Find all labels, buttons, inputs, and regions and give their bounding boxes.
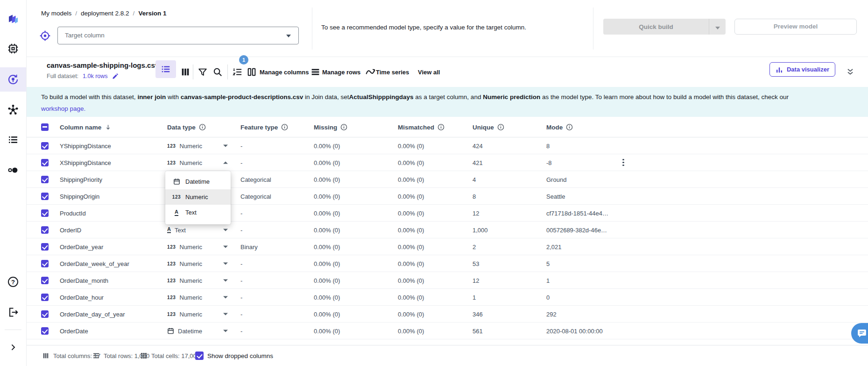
- compute-chip-icon[interactable]: [7, 43, 19, 55]
- mismatched-cell: 0.00% (0): [398, 209, 424, 216]
- breadcrumb-my-models[interactable]: My models: [41, 10, 71, 17]
- data-type-cell[interactable]: AText: [167, 226, 186, 233]
- data-type-cell[interactable]: 123Numeric: [167, 310, 202, 317]
- data-type-caret-down[interactable]: [223, 330, 228, 332]
- sort-count-badge: 1: [239, 55, 248, 65]
- manage-columns-icon[interactable]: [247, 67, 257, 77]
- data-type-caret-down[interactable]: [223, 229, 228, 231]
- info-icon[interactable]: [281, 123, 288, 130]
- header-data-type: Data type: [167, 123, 206, 130]
- info-icon[interactable]: [438, 123, 445, 130]
- rows-count-link[interactable]: 1.0k rows: [83, 73, 108, 79]
- manage-rows-button[interactable]: Manage rows: [322, 69, 360, 76]
- time-series-icon[interactable]: [365, 67, 376, 78]
- row-checkbox[interactable]: [41, 226, 49, 234]
- data-visualizer-button[interactable]: Data visualizer: [769, 62, 835, 77]
- chevron-down-icon: [715, 27, 720, 29]
- row-checkbox[interactable]: [41, 159, 49, 166]
- sort-list-icon[interactable]: [232, 67, 243, 78]
- mismatched-cell: 0.00% (0): [398, 176, 424, 183]
- data-type-cell[interactable]: 123Numeric: [167, 260, 202, 267]
- circles-icon[interactable]: [7, 165, 19, 176]
- info-icon[interactable]: [566, 123, 573, 130]
- quick-build-button[interactable]: Quick build: [603, 19, 726, 35]
- table-row: OrderDate_month123Numeric-0.00% (0)0.00%…: [27, 272, 868, 289]
- numeric-123-icon: 123: [167, 143, 176, 148]
- mode-cell: 2020-08-01 00:00:00: [546, 327, 603, 334]
- data-type-caret-down[interactable]: [223, 296, 228, 298]
- calendar-icon: [173, 178, 180, 185]
- mismatched-cell: 0.00% (0): [398, 142, 424, 149]
- dropdown-item-numeric[interactable]: 123Numeric: [165, 189, 231, 205]
- quick-build-dropdown[interactable]: [709, 19, 726, 35]
- data-type-caret-down[interactable]: [223, 313, 228, 315]
- chat-support-button[interactable]: [851, 323, 868, 344]
- row-checkbox[interactable]: [41, 327, 49, 335]
- ready-to-use-models-icon[interactable]: [7, 104, 19, 116]
- show-dropped-columns-checkbox[interactable]: [195, 352, 204, 360]
- help-icon[interactable]: ?: [7, 276, 19, 288]
- collapse-double-chevron-icon[interactable]: [845, 67, 855, 77]
- data-type-caret-down[interactable]: [223, 144, 228, 147]
- data-type-caret-down[interactable]: [223, 262, 228, 265]
- list-view-icon: [161, 64, 171, 74]
- missing-cell: 0.00% (0): [314, 277, 340, 284]
- row-checkbox[interactable]: [41, 310, 49, 318]
- view-all-button[interactable]: View all: [418, 69, 440, 76]
- table-row: ShippingOriginCategorical0.00% (0)0.00% …: [27, 188, 868, 205]
- columns-icon: [42, 352, 49, 359]
- data-type-cell[interactable]: 123Numeric: [167, 142, 202, 149]
- numeric-123-icon: 123: [167, 244, 176, 249]
- preview-model-button[interactable]: Preview model: [734, 19, 857, 35]
- column-name-cell: OrderID: [60, 226, 81, 233]
- data-type-cell[interactable]: 123Numeric: [167, 159, 202, 166]
- manage-rows-icon[interactable]: [311, 67, 320, 77]
- info-icon[interactable]: [199, 123, 206, 130]
- logout-icon[interactable]: [7, 307, 19, 318]
- header-column-name[interactable]: Column name: [60, 123, 112, 130]
- data-type-cell[interactable]: Datetime: [167, 327, 202, 334]
- row-checkbox[interactable]: [41, 243, 49, 251]
- search-icon[interactable]: [212, 67, 223, 77]
- list-view-button-active[interactable]: [155, 60, 176, 78]
- table-row: OrderDateDatetime-0.00% (0)0.00% (0)5612…: [27, 323, 868, 339]
- data-type-caret-down[interactable]: [223, 279, 228, 281]
- select-all-checkbox[interactable]: [41, 123, 49, 131]
- data-type-cell[interactable]: 123Numeric: [167, 243, 202, 250]
- row-checkbox[interactable]: [41, 176, 49, 183]
- row-checkbox[interactable]: [41, 260, 49, 267]
- data-type-caret-down[interactable]: [223, 245, 228, 248]
- dropdown-item-datetime[interactable]: Datetime: [165, 174, 231, 189]
- row-actions-kebab-icon[interactable]: [622, 159, 624, 166]
- target-icon: [39, 30, 51, 42]
- list-icon[interactable]: [7, 134, 19, 145]
- expand-sidebar-icon[interactable]: [9, 343, 17, 352]
- row-checkbox[interactable]: [41, 277, 49, 284]
- row-checkbox[interactable]: [41, 193, 49, 200]
- mismatched-cell: 0.00% (0): [398, 226, 424, 233]
- mode-cell: 2,021: [546, 243, 562, 250]
- feature-type-cell: -: [240, 310, 242, 317]
- row-checkbox[interactable]: [41, 294, 49, 301]
- data-type-cell[interactable]: 123Numeric: [167, 277, 202, 284]
- unique-cell: 421: [473, 159, 483, 166]
- breadcrumb-deployment[interactable]: deployment 2.8.2: [81, 10, 129, 17]
- total-cells-stat: Total cells: 17,000: [140, 352, 200, 359]
- dropdown-item-text[interactable]: AText: [165, 205, 231, 220]
- row-checkbox[interactable]: [41, 209, 49, 217]
- info-icon[interactable]: [497, 123, 504, 130]
- edit-pencil-icon[interactable]: [112, 72, 119, 79]
- mismatched-cell: 0.00% (0): [398, 243, 424, 250]
- canvas-logo-icon[interactable]: [7, 13, 20, 26]
- filter-icon[interactable]: [198, 67, 208, 77]
- grid-view-icon[interactable]: [180, 67, 191, 77]
- manage-columns-button[interactable]: Manage columns: [260, 69, 309, 76]
- data-type-cell[interactable]: 123Numeric: [167, 294, 202, 301]
- row-checkbox[interactable]: [41, 142, 49, 150]
- info-icon[interactable]: [340, 123, 347, 130]
- target-column-select[interactable]: Target column: [57, 27, 299, 44]
- workshop-page-link[interactable]: workshop page.: [41, 105, 85, 112]
- data-type-caret-up[interactable]: [223, 161, 228, 164]
- sidebar-item-my-models-active[interactable]: [0, 67, 26, 92]
- time-series-button[interactable]: Time series: [376, 69, 409, 76]
